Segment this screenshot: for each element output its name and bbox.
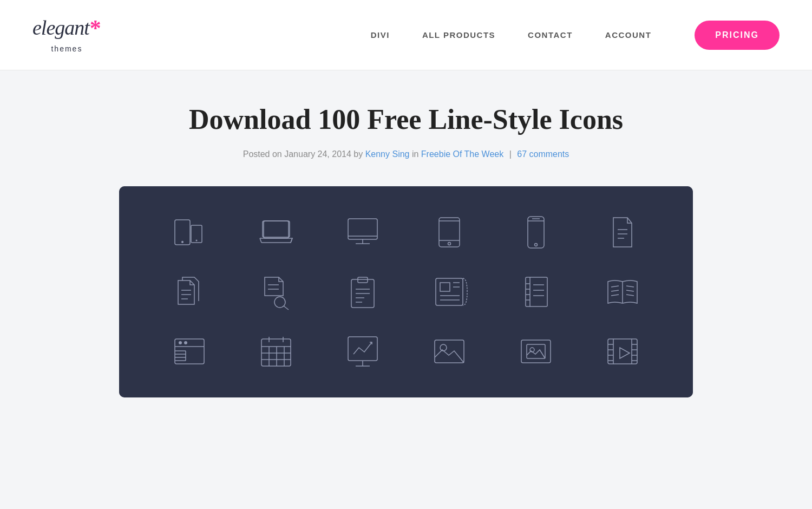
logo-text: elegant [32, 17, 89, 38]
svg-line-53 [611, 286, 619, 287]
svg-line-58 [626, 295, 634, 296]
comments-link[interactable]: 67 comments [517, 149, 569, 159]
svg-rect-80 [435, 340, 464, 363]
icon-newspaper [411, 273, 487, 311]
icon-smartphone [498, 213, 574, 251]
category-link[interactable]: Freebie Of The Week [421, 149, 503, 159]
post-title: Download 100 Free Line-Style Icons [119, 103, 693, 136]
icon-tablet-portrait [411, 213, 487, 251]
svg-rect-85 [608, 339, 637, 364]
post-meta: Posted on January 24, 2014 by Kenny Sing… [119, 149, 693, 159]
svg-point-18 [535, 244, 538, 246]
svg-line-57 [626, 290, 634, 291]
svg-point-3 [181, 241, 184, 243]
svg-rect-83 [527, 344, 545, 358]
main-nav: DIVI ALL PRODUCTS CONTACT ACCOUNT PRICIN… [371, 21, 780, 50]
svg-point-61 [179, 341, 182, 344]
svg-line-8 [291, 238, 292, 243]
nav-contact[interactable]: CONTACT [528, 30, 573, 40]
svg-rect-5 [264, 221, 289, 238]
svg-point-14 [448, 243, 451, 245]
svg-rect-43 [526, 277, 547, 306]
svg-line-7 [260, 238, 261, 243]
svg-rect-6 [263, 221, 290, 237]
svg-rect-32 [358, 277, 368, 283]
icon-browser [152, 332, 227, 370]
icon-photo [498, 332, 574, 370]
svg-marker-96 [620, 348, 630, 358]
icon-notebook [498, 273, 574, 311]
icon-video [585, 332, 660, 370]
icon-image-frame [411, 332, 487, 370]
icon-calendar [238, 332, 314, 370]
logo-asterisk: * [90, 15, 101, 41]
icon-document [585, 213, 660, 251]
icon-presentation [325, 332, 401, 370]
meta-middle: in [409, 149, 421, 159]
nav-divi[interactable]: DIVI [371, 30, 390, 40]
svg-line-28 [284, 306, 289, 310]
icon-showcase-wrapper [119, 186, 693, 397]
pricing-button[interactable]: PRICING [695, 21, 780, 50]
svg-point-4 [196, 240, 198, 242]
svg-line-54 [611, 290, 619, 291]
author-link[interactable]: Kenny Sing [365, 149, 410, 159]
icon-clipboard [325, 273, 401, 311]
icon-devices [152, 213, 227, 251]
icon-showcase [119, 186, 693, 397]
icon-open-book [585, 273, 660, 311]
svg-line-56 [626, 286, 634, 287]
icon-multi-document [152, 273, 227, 311]
site-header: elegant * themes DIVI ALL PRODUCTS CONTA… [0, 0, 812, 70]
svg-rect-82 [521, 340, 551, 363]
svg-rect-68 [261, 339, 291, 366]
icon-monitor [325, 213, 401, 251]
svg-rect-38 [440, 283, 450, 291]
nav-account[interactable]: ACCOUNT [605, 30, 652, 40]
logo[interactable]: elegant * themes [32, 17, 101, 53]
icon-laptop [238, 213, 314, 251]
logo-subtext: themes [51, 44, 82, 53]
icon-search-document [238, 273, 314, 311]
svg-point-81 [440, 344, 447, 351]
svg-rect-77 [348, 337, 377, 361]
svg-line-55 [611, 295, 619, 296]
meta-prefix: Posted on January 24, 2014 by [243, 149, 365, 159]
nav-all-products[interactable]: ALL PRODUCTS [422, 30, 495, 40]
meta-separator: | [507, 149, 514, 159]
svg-point-62 [184, 341, 187, 344]
